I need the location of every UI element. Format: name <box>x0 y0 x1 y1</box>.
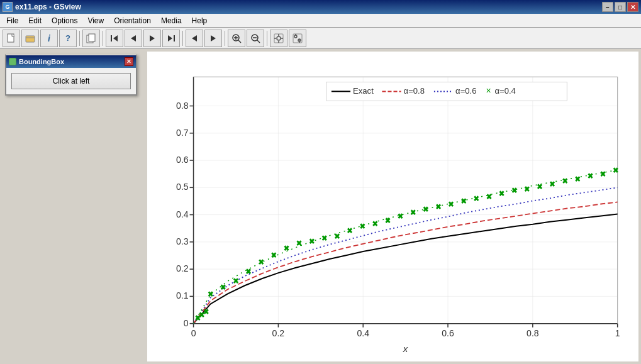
x-axis-label: x <box>403 343 408 354</box>
svg-text:×: × <box>487 192 491 201</box>
svg-text:×: × <box>411 208 415 217</box>
chart-svg: 0 0.2 0.4 0.6 0.8 1 x 0 0.1 <box>147 52 638 361</box>
settings2-icon[interactable] <box>289 30 306 47</box>
minimize-button[interactable]: − <box>602 2 613 12</box>
main-content: BoundingBox ✕ Click at left <box>0 49 641 364</box>
svg-text:0.6: 0.6 <box>442 328 454 338</box>
svg-marker-9 <box>168 35 172 41</box>
menu-media[interactable]: Media <box>156 14 187 27</box>
svg-text:0.4: 0.4 <box>357 328 369 338</box>
svg-text:×: × <box>386 216 390 225</box>
svg-text:0.3: 0.3 <box>176 236 189 246</box>
svg-text:×: × <box>499 189 504 198</box>
svg-text:0.5: 0.5 <box>176 182 189 192</box>
svg-text:×: × <box>588 172 593 180</box>
menu-orientation[interactable]: Orientation <box>109 14 156 27</box>
toolbar: i ? <box>0 28 641 49</box>
svg-text:α=0.4: α=0.4 <box>494 86 515 96</box>
menu-options[interactable]: Options <box>47 14 82 27</box>
menu-file[interactable]: File <box>1 14 23 27</box>
svg-text:×: × <box>208 290 213 299</box>
svg-text:×: × <box>474 194 479 203</box>
svg-text:×: × <box>613 166 618 175</box>
svg-text:×: × <box>309 237 314 246</box>
dialog-close-button[interactable]: ✕ <box>125 57 133 66</box>
svg-text:×: × <box>537 182 542 191</box>
left-panel: BoundingBox ✕ Click at left <box>0 49 145 364</box>
svg-text:×: × <box>373 219 377 228</box>
menu-bar: File Edit Options View Orientation Media… <box>0 14 641 28</box>
window-title: ex11.eps - GSview <box>15 3 81 11</box>
svg-rect-3 <box>89 34 95 41</box>
bounding-box-dialog: BoundingBox ✕ Click at left <box>5 54 137 96</box>
menu-view[interactable]: View <box>82 14 109 27</box>
dialog-icon <box>9 58 16 65</box>
svg-text:0: 0 <box>184 318 189 328</box>
zoom-out-icon[interactable] <box>247 30 264 47</box>
svg-text:1: 1 <box>615 328 620 338</box>
svg-text:×: × <box>449 200 454 209</box>
svg-text:0.6: 0.6 <box>176 155 189 165</box>
last-page-icon[interactable] <box>162 30 180 47</box>
svg-text:0.8: 0.8 <box>176 101 189 111</box>
toolbar-separator-2 <box>103 31 103 46</box>
svg-marker-10 <box>192 35 197 41</box>
back-icon[interactable] <box>186 30 203 47</box>
svg-line-17 <box>257 40 260 43</box>
legend-alpha04: × α=0.4 <box>486 85 515 96</box>
title-bar: G ex11.eps - GSview − □ ✕ <box>0 0 641 14</box>
svg-text:×: × <box>284 244 289 253</box>
svg-text:×: × <box>348 226 352 235</box>
svg-text:0.1: 0.1 <box>176 290 189 301</box>
close-window-button[interactable]: ✕ <box>627 2 638 12</box>
svg-text:×: × <box>204 307 208 316</box>
svg-marker-7 <box>150 35 155 41</box>
x-axis-ticks: 0 0.2 0.4 0.6 0.8 1 <box>191 324 620 338</box>
zoom-in-icon[interactable] <box>228 30 245 47</box>
svg-text:×: × <box>322 234 326 243</box>
dialog-title-bar: BoundingBox ✕ <box>6 55 136 68</box>
new-icon[interactable] <box>3 30 20 47</box>
copy-icon[interactable] <box>82 30 100 47</box>
svg-text:Exact: Exact <box>353 86 374 96</box>
plot-area: 0 0.2 0.4 0.6 0.8 1 x 0 0.1 <box>147 52 638 361</box>
help-icon[interactable]: ? <box>59 30 77 47</box>
svg-text:×: × <box>199 311 204 319</box>
settings-icon[interactable] <box>270 30 287 47</box>
svg-text:×: × <box>360 222 365 231</box>
svg-rect-1 <box>26 36 35 42</box>
svg-text:×: × <box>550 180 555 189</box>
prev-page-icon[interactable] <box>125 30 142 47</box>
svg-text:×: × <box>436 202 440 211</box>
menu-help[interactable]: Help <box>187 14 213 27</box>
svg-text:×: × <box>563 177 567 185</box>
svg-text:×: × <box>423 205 428 214</box>
svg-text:0.4: 0.4 <box>176 209 189 219</box>
dialog-title: BoundingBox <box>19 58 64 65</box>
svg-text:×: × <box>486 85 491 96</box>
svg-text:0.2: 0.2 <box>176 263 189 273</box>
info-icon[interactable]: i <box>40 30 58 47</box>
svg-text:×: × <box>398 212 403 221</box>
app-icon: G <box>3 2 13 12</box>
forward-icon[interactable] <box>204 30 222 47</box>
toolbar-separator-5 <box>267 31 267 46</box>
maximize-button[interactable]: □ <box>615 2 626 12</box>
svg-text:0: 0 <box>191 328 196 338</box>
dialog-body: Click at left <box>6 68 136 94</box>
svg-text:×: × <box>512 186 516 195</box>
svg-line-13 <box>238 40 241 43</box>
menu-edit[interactable]: Edit <box>23 14 47 27</box>
svg-text:0.7: 0.7 <box>176 128 189 138</box>
svg-text:×: × <box>462 197 466 206</box>
click-at-left-button[interactable]: Click at left <box>11 73 131 89</box>
next-page-icon[interactable] <box>143 30 161 47</box>
svg-text:α=0.8: α=0.8 <box>404 86 425 96</box>
svg-text:×: × <box>335 232 339 241</box>
svg-text:×: × <box>221 283 225 292</box>
svg-rect-30 <box>194 77 618 323</box>
open-icon[interactable] <box>21 30 39 47</box>
first-page-icon[interactable] <box>106 30 123 47</box>
svg-text:×: × <box>601 170 605 179</box>
toolbar-separator-3 <box>182 31 183 46</box>
